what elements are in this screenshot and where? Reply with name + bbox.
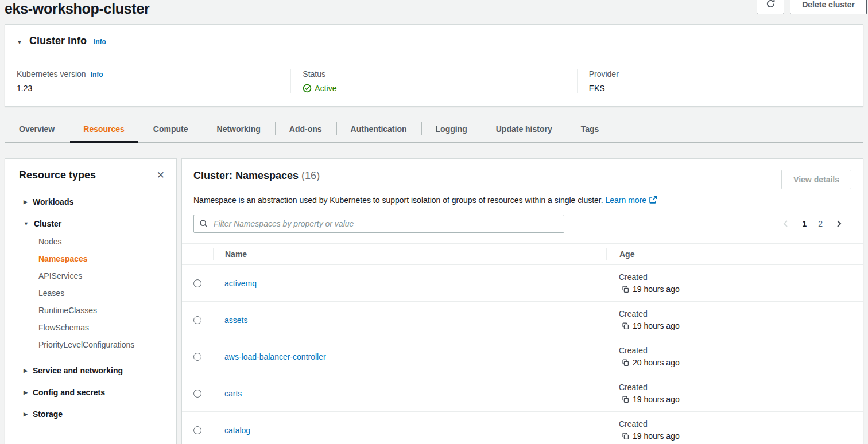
kubernetes-version-field: Kubernetes version Info 1.23: [5, 69, 290, 93]
refresh-button[interactable]: [757, 0, 784, 14]
namespace-link[interactable]: catalog: [224, 426, 250, 435]
status-label: Status: [303, 69, 326, 79]
cluster-info-info-link[interactable]: Info: [94, 38, 106, 46]
sidebar-item-leases[interactable]: Leases: [38, 285, 167, 302]
row-radio[interactable]: [193, 390, 202, 398]
cluster-info-title: Cluster info: [29, 35, 87, 47]
row-radio[interactable]: [193, 353, 202, 361]
sidebar-group-service-and-networking[interactable]: ▶ Service and networking: [24, 366, 167, 375]
kubernetes-version-info-link[interactable]: Info: [91, 71, 103, 79]
age-value: 19 hours ago: [633, 285, 680, 294]
cluster-tabs: Overview Resources Compute Networking Ad…: [5, 115, 863, 143]
age-value: 19 hours ago: [633, 395, 680, 404]
row-radio[interactable]: [193, 426, 202, 434]
sidebar-group-workloads[interactable]: ▶ Workloads: [24, 197, 167, 207]
tab-networking[interactable]: Networking: [203, 115, 275, 142]
tab-logging[interactable]: Logging: [421, 115, 482, 142]
caret-right-icon: ▶: [24, 368, 28, 373]
refresh-icon: [766, 0, 776, 10]
table-row: activemq Created 19 hours ago: [182, 265, 863, 302]
resource-types-title: Resource types: [19, 169, 96, 181]
tab-resources[interactable]: Resources: [69, 115, 139, 142]
resource-types-list: ▶ Workloads ▼ Cluster Nodes Namespaces A…: [5, 182, 176, 430]
sidebar-group-label: Config and secrets: [33, 388, 105, 397]
chevron-left-icon[interactable]: [781, 219, 790, 228]
tab-authentication[interactable]: Authentication: [336, 115, 421, 142]
pagination: 1 2: [781, 219, 851, 228]
tab-tags[interactable]: Tags: [567, 115, 614, 142]
sidebar-item-prioritylevelconfigurations[interactable]: PriorityLevelConfigurations: [38, 336, 167, 353]
age-value: 19 hours ago: [633, 431, 680, 441]
sidebar-group-config-and-secrets[interactable]: ▶ Config and secrets: [24, 388, 167, 397]
content-area: Resource types ✕ ▶ Workloads ▼ Cluster N…: [5, 158, 863, 444]
sidebar-group-label: Cluster: [34, 219, 61, 228]
namespaces-panel: Cluster: Namespaces (16) View details Na…: [181, 158, 863, 444]
caret-right-icon: ▶: [24, 199, 28, 205]
pagination-page-1[interactable]: 1: [802, 219, 807, 228]
provider-value: EKS: [589, 84, 851, 93]
row-radio[interactable]: [193, 316, 202, 324]
status-field: Status Active: [290, 69, 576, 93]
check-circle-icon: [303, 84, 312, 93]
sidebar-item-flowschemas[interactable]: FlowSchemas: [38, 319, 167, 336]
pagination-page-2[interactable]: 2: [818, 219, 823, 228]
sidebar-item-runtimeclasses[interactable]: RuntimeClasses: [38, 302, 167, 319]
name-column-header: Name: [213, 248, 606, 260]
description-text: Namespace is an abstraction used by Kube…: [193, 196, 603, 205]
created-label: Created: [619, 346, 863, 355]
sidebar-group-label: Workloads: [33, 197, 73, 207]
namespaces-title-text: Cluster: Namespaces: [193, 170, 299, 181]
sidebar-item-apiservices[interactable]: APIServices: [38, 267, 167, 285]
copy-icon[interactable]: [622, 396, 629, 403]
age-value: 20 hours ago: [633, 358, 680, 367]
created-label: Created: [619, 383, 863, 392]
copy-icon[interactable]: [622, 359, 629, 367]
delete-cluster-button[interactable]: Delete cluster: [790, 0, 867, 14]
tab-compute[interactable]: Compute: [139, 115, 203, 142]
tab-update-history[interactable]: Update history: [482, 115, 567, 142]
tab-overview[interactable]: Overview: [5, 115, 69, 142]
row-radio[interactable]: [193, 279, 202, 287]
sidebar-group-storage[interactable]: ▶ Storage: [24, 410, 167, 419]
copy-icon[interactable]: [622, 433, 629, 440]
sidebar-item-nodes[interactable]: Nodes: [38, 233, 167, 250]
namespace-link[interactable]: activemq: [224, 279, 257, 288]
tab-add-ons[interactable]: Add-ons: [275, 115, 336, 142]
sidebar-group-label: Storage: [33, 410, 63, 419]
table-row: carts Created 19 hours ago: [182, 375, 863, 412]
kubernetes-version-label: Kubernetes version: [17, 69, 86, 79]
created-label: Created: [619, 272, 863, 282]
created-label: Created: [619, 419, 863, 429]
namespace-link[interactable]: carts: [224, 389, 242, 398]
table-row: aws-load-balancer-controller Created 20 …: [182, 338, 863, 375]
table-header: Name Age: [182, 243, 863, 265]
page-title: eks-workshop-cluster: [5, 0, 863, 17]
caret-right-icon: ▶: [24, 411, 28, 417]
sidebar-group-cluster[interactable]: ▼ Cluster: [24, 219, 167, 228]
caret-down-icon: ▼: [17, 39, 22, 45]
learn-more-link[interactable]: Learn more: [606, 196, 647, 205]
filter-field: [193, 215, 564, 233]
provider-label: Provider: [589, 69, 619, 79]
sidebar-item-namespaces[interactable]: Namespaces: [38, 250, 167, 267]
filter-namespaces-input[interactable]: [193, 215, 564, 233]
namespace-link[interactable]: assets: [224, 316, 247, 325]
namespaces-table: Name Age activemq Created 19 hours ago a…: [182, 243, 863, 444]
close-icon[interactable]: ✕: [157, 170, 165, 180]
namespace-link[interactable]: aws-load-balancer-controller: [224, 352, 326, 361]
table-row: assets Created 19 hours ago: [182, 302, 863, 338]
search-icon: [199, 219, 208, 230]
age-value: 19 hours ago: [633, 321, 680, 330]
copy-icon[interactable]: [622, 322, 629, 330]
chevron-right-icon[interactable]: [834, 219, 843, 228]
header-actions: Delete cluster: [757, 0, 867, 14]
resource-types-panel: Resource types ✕ ▶ Workloads ▼ Cluster N…: [5, 158, 177, 444]
kubernetes-version-value: 1.23: [17, 84, 279, 93]
copy-icon[interactable]: [622, 286, 629, 293]
namespaces-count: (16): [301, 170, 320, 181]
provider-field: Provider EKS: [577, 69, 863, 93]
cluster-info-header[interactable]: ▼ Cluster info Info: [5, 25, 863, 57]
table-row: catalog Created 19 hours ago: [182, 412, 863, 444]
view-details-button[interactable]: View details: [781, 170, 851, 189]
cluster-info-body: Kubernetes version Info 1.23 Status Acti…: [5, 57, 863, 106]
